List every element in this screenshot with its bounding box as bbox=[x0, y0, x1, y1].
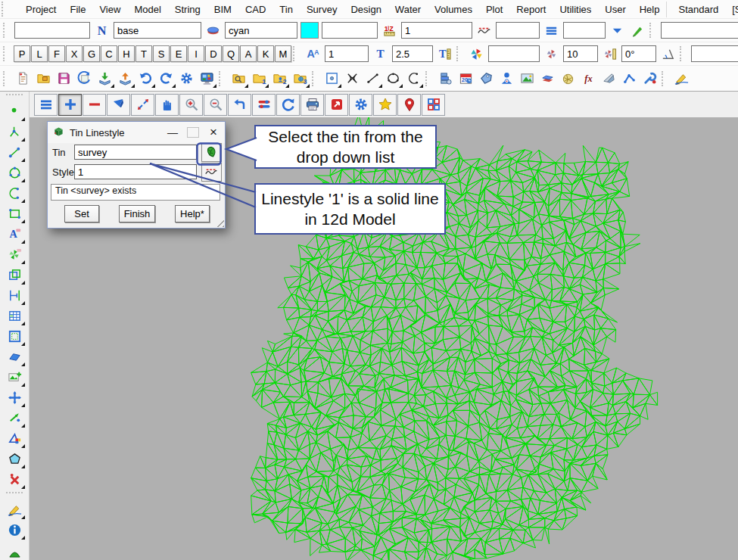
symbol-scale-button[interactable] bbox=[599, 44, 620, 64]
toolbar-grip[interactable] bbox=[649, 23, 656, 38]
table-button[interactable] bbox=[3, 306, 26, 326]
export-button[interactable] bbox=[115, 69, 135, 89]
help-button[interactable]: Help* bbox=[175, 205, 210, 222]
linestyle-picker-button[interactable] bbox=[201, 163, 222, 182]
toolbar-grip[interactable] bbox=[425, 71, 432, 86]
letter-m-button[interactable]: M bbox=[275, 45, 291, 62]
text-height-field[interactable] bbox=[392, 45, 433, 62]
toolbar-grip[interactable] bbox=[662, 71, 668, 86]
symbol-colour-button[interactable] bbox=[466, 44, 487, 64]
model-1-button[interactable]: 1 bbox=[249, 69, 269, 89]
delete-button[interactable] bbox=[3, 469, 26, 490]
tin-input[interactable] bbox=[74, 145, 197, 160]
tin-button[interactable] bbox=[3, 540, 26, 560]
magnify-button[interactable] bbox=[179, 94, 203, 116]
reduce-button[interactable] bbox=[204, 94, 227, 116]
insert-image-button[interactable] bbox=[3, 367, 26, 387]
menu-right-standard[interactable]: Standard bbox=[671, 2, 725, 17]
toggle-button[interactable] bbox=[252, 94, 276, 116]
line-width-field[interactable] bbox=[563, 22, 606, 39]
letter-e-button[interactable]: E bbox=[170, 45, 187, 62]
model-2-button[interactable]: 2 bbox=[269, 69, 290, 89]
letter-t-button[interactable]: T bbox=[135, 45, 152, 62]
user-button[interactable] bbox=[497, 69, 517, 89]
text-style-field[interactable] bbox=[14, 22, 90, 39]
info-button[interactable] bbox=[3, 520, 26, 540]
menu-view[interactable]: View bbox=[92, 2, 127, 17]
letter-q-button[interactable]: Q bbox=[223, 45, 239, 62]
create-curve-button[interactable] bbox=[3, 183, 26, 204]
menu-design[interactable]: Design bbox=[344, 2, 388, 17]
favourites-button[interactable] bbox=[373, 94, 397, 116]
menu-model[interactable]: Model bbox=[127, 2, 167, 17]
redo-button[interactable] bbox=[156, 69, 176, 89]
letter-x-button[interactable]: X bbox=[66, 45, 83, 62]
menu-volumes[interactable]: Volumes bbox=[428, 2, 479, 17]
save-button[interactable] bbox=[54, 69, 74, 89]
previous-view-button[interactable] bbox=[228, 94, 251, 116]
letter-h-button[interactable]: H bbox=[118, 45, 135, 62]
text-size-button[interactable]: AA bbox=[303, 44, 323, 64]
symbol-field[interactable] bbox=[488, 45, 540, 62]
line-snap-button[interactable] bbox=[363, 69, 383, 89]
tag-button[interactable] bbox=[476, 69, 497, 89]
create-node-button[interactable] bbox=[3, 122, 26, 142]
line-width-button[interactable] bbox=[541, 20, 562, 40]
angle-field[interactable] bbox=[621, 45, 656, 62]
string-ball-button[interactable] bbox=[558, 69, 578, 89]
edit-button[interactable] bbox=[671, 69, 692, 89]
secondary-colour-field[interactable] bbox=[322, 22, 378, 39]
letter-d-button[interactable]: D bbox=[205, 45, 222, 62]
letter-s-button[interactable]: S bbox=[153, 45, 170, 62]
minimize-button[interactable]: — bbox=[164, 126, 181, 138]
letter-p-button[interactable]: P bbox=[14, 45, 30, 62]
linestyle-button[interactable] bbox=[474, 20, 494, 40]
toolbar-grip[interactable] bbox=[293, 46, 300, 61]
menu-right-s[interactable]: [S] bbox=[725, 2, 738, 17]
letter-g-button[interactable]: G bbox=[83, 45, 100, 62]
plot-button[interactable] bbox=[300, 94, 324, 116]
set-button[interactable]: Set bbox=[64, 205, 99, 222]
wing-button[interactable] bbox=[599, 69, 619, 89]
snapshot-button[interactable] bbox=[325, 94, 348, 116]
create-polygon-button[interactable] bbox=[3, 163, 26, 183]
tin-picker-button[interactable] bbox=[201, 143, 222, 162]
menu-bim[interactable]: BIM bbox=[207, 2, 238, 17]
letter-l-button[interactable]: L bbox=[31, 45, 48, 62]
find-model-button[interactable] bbox=[229, 69, 249, 89]
clamp-button[interactable] bbox=[435, 69, 456, 89]
image-button[interactable] bbox=[517, 69, 537, 89]
toolbar-grip[interactable] bbox=[3, 71, 10, 86]
create-line-button[interactable] bbox=[3, 142, 26, 163]
toolbar-grip[interactable] bbox=[3, 23, 10, 38]
colour-field[interactable] bbox=[225, 22, 297, 39]
toolbar-grip[interactable] bbox=[680, 46, 687, 61]
tools-button[interactable] bbox=[640, 69, 660, 89]
toolbar-grip[interactable] bbox=[6, 94, 23, 100]
text-button[interactable]: T bbox=[370, 44, 391, 64]
layout-button[interactable] bbox=[422, 94, 445, 116]
text-height-button[interactable]: T bbox=[434, 44, 455, 64]
model-stack-button[interactable] bbox=[203, 20, 223, 40]
menu-report[interactable]: Report bbox=[509, 2, 553, 17]
menu-plot[interactable]: Plot bbox=[479, 2, 509, 17]
settings-button[interactable] bbox=[176, 69, 197, 89]
linestyle-field[interactable] bbox=[496, 22, 540, 39]
open-button[interactable] bbox=[33, 69, 54, 89]
locate-button[interactable] bbox=[397, 94, 421, 116]
toolbar-grip[interactable] bbox=[6, 492, 23, 498]
menu-cad[interactable]: CAD bbox=[238, 2, 272, 17]
calendar-button[interactable]: 20 bbox=[456, 69, 476, 89]
letter-i-button[interactable]: I bbox=[188, 45, 204, 62]
menu-user[interactable]: User bbox=[598, 2, 632, 17]
menu-string[interactable]: String bbox=[168, 2, 207, 17]
translate-button[interactable] bbox=[3, 408, 26, 428]
style-input[interactable] bbox=[74, 164, 197, 179]
select-box-button[interactable] bbox=[3, 326, 26, 347]
function-button[interactable]: fx bbox=[578, 69, 599, 89]
view-settings-button[interactable] bbox=[349, 94, 372, 116]
node-snap-button[interactable] bbox=[342, 69, 363, 89]
new-button[interactable] bbox=[13, 69, 33, 89]
dialog-titlebar[interactable]: Tin Linestyle — × bbox=[48, 122, 225, 143]
name-button[interactable]: N bbox=[92, 20, 112, 40]
